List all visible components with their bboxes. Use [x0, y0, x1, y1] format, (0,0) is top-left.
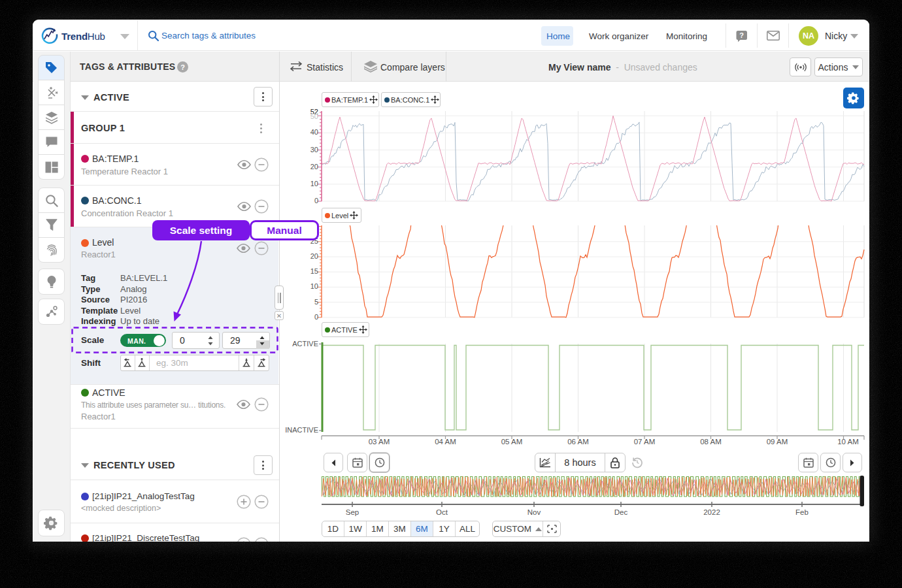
svg-text:?: ? [739, 31, 744, 39]
